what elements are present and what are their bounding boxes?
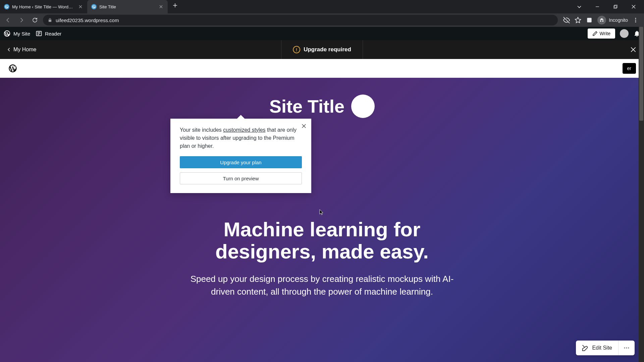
browser-titlebar: My Home ‹ Site Title — WordPre Site Titl… bbox=[0, 0, 644, 13]
svg-point-7 bbox=[624, 347, 625, 348]
wordpress-favicon-icon bbox=[4, 4, 9, 9]
wordpress-favicon-icon bbox=[91, 4, 97, 9]
tab-close-icon[interactable] bbox=[158, 4, 164, 9]
nav-back-icon[interactable] bbox=[3, 15, 13, 25]
wordpress-logo-icon bbox=[3, 30, 11, 37]
wp-my-site-link[interactable]: My Site bbox=[3, 30, 30, 37]
write-button[interactable]: Write bbox=[588, 28, 615, 39]
svg-point-5 bbox=[635, 21, 636, 22]
edit-site-button[interactable]: Edit Site bbox=[576, 341, 619, 355]
reader-label: Reader bbox=[45, 31, 61, 37]
site-header: er bbox=[0, 59, 644, 78]
svg-rect-2 bbox=[587, 18, 592, 22]
window-controls bbox=[572, 1, 644, 12]
hero-title-row: Site Title bbox=[269, 95, 375, 118]
warning-icon: ! bbox=[293, 46, 300, 53]
svg-point-4 bbox=[635, 20, 636, 21]
my-home-label: My Home bbox=[13, 47, 36, 53]
popover-text-before: Your site includes bbox=[180, 127, 223, 133]
window-close-icon[interactable] bbox=[626, 1, 641, 12]
turn-on-preview-button[interactable]: Turn on preview bbox=[180, 172, 302, 184]
tools-icon bbox=[582, 345, 589, 351]
page-content: er Site Title Machine learning for desig… bbox=[0, 59, 644, 362]
wordpress-logo-icon bbox=[8, 64, 17, 73]
write-label: Write bbox=[600, 31, 610, 36]
browser-menu-icon[interactable] bbox=[633, 17, 639, 23]
back-my-home-link[interactable]: My Home bbox=[7, 47, 36, 53]
svg-point-3 bbox=[635, 18, 636, 19]
popover-close-icon[interactable] bbox=[300, 122, 308, 130]
svg-point-9 bbox=[628, 347, 629, 348]
tab-search-icon[interactable] bbox=[572, 1, 587, 12]
browser-right-icons: Incognito bbox=[560, 16, 641, 24]
hero-section: Site Title Machine learning for designer… bbox=[0, 78, 644, 362]
url-text: uifeed20235.wordpress.com bbox=[56, 17, 119, 23]
edit-site-floating: Edit Site bbox=[576, 341, 635, 355]
nav-reload-icon[interactable] bbox=[30, 15, 40, 25]
tab-title: My Home ‹ Site Title — WordPre bbox=[12, 4, 75, 9]
nav-forward-icon bbox=[16, 15, 27, 25]
chevron-left-icon bbox=[7, 47, 11, 52]
svg-rect-0 bbox=[614, 6, 616, 8]
page-scrollbar[interactable] bbox=[639, 27, 644, 362]
window-maximize-icon[interactable] bbox=[608, 1, 623, 12]
my-site-label: My Site bbox=[13, 31, 30, 37]
incognito-label: Incognito bbox=[609, 17, 628, 23]
bookmark-star-icon[interactable] bbox=[575, 17, 581, 23]
upgrade-popover: Your site includes customized styles tha… bbox=[170, 119, 311, 193]
tab-close-icon[interactable] bbox=[78, 4, 83, 9]
browser-tab-active[interactable]: Site Title bbox=[87, 0, 168, 13]
incognito-icon bbox=[597, 16, 606, 24]
upgrade-required-label: Upgrade required bbox=[304, 46, 351, 53]
header-action-button[interactable]: er bbox=[623, 63, 636, 74]
window-minimize-icon[interactable] bbox=[590, 1, 605, 12]
hero-heading: Machine learning for designers, made eas… bbox=[171, 219, 473, 263]
popover-text: Your site includes customized styles tha… bbox=[180, 126, 302, 150]
upgrade-plan-button[interactable]: Upgrade your plan bbox=[180, 156, 302, 168]
edit-site-label: Edit Site bbox=[592, 345, 612, 351]
hero-subheading: Speed up your design process by creating… bbox=[181, 273, 463, 298]
browser-tabs: My Home ‹ Site Title — WordPre Site Titl… bbox=[0, 0, 572, 13]
lock-icon bbox=[48, 18, 52, 22]
browser-address-bar: uifeed20235.wordpress.com Incognito bbox=[0, 13, 644, 27]
svg-point-8 bbox=[626, 347, 627, 348]
pencil-icon bbox=[592, 31, 598, 36]
upgrade-required-bar: My Home ! Upgrade required bbox=[0, 40, 644, 59]
eye-off-icon[interactable] bbox=[563, 17, 570, 23]
scrollbar-thumb[interactable] bbox=[639, 27, 643, 121]
hero-site-title: Site Title bbox=[269, 96, 344, 117]
wp-admin-bar: My Site Reader Write bbox=[0, 27, 644, 40]
svg-rect-1 bbox=[614, 5, 617, 8]
hero-avatar-circle bbox=[351, 95, 375, 118]
reader-icon bbox=[36, 30, 42, 37]
browser-tab-inactive[interactable]: My Home ‹ Site Title — WordPre bbox=[0, 0, 87, 13]
edit-site-more-icon[interactable] bbox=[619, 341, 635, 355]
url-field[interactable]: uifeed20235.wordpress.com bbox=[43, 15, 558, 25]
close-upgrade-bar-icon[interactable] bbox=[629, 46, 637, 54]
new-tab-button[interactable] bbox=[170, 0, 180, 11]
customized-styles-link[interactable]: customized styles bbox=[223, 127, 265, 133]
extensions-icon[interactable] bbox=[586, 17, 593, 23]
wp-reader-link[interactable]: Reader bbox=[36, 30, 61, 37]
upgrade-required-tab[interactable]: ! Upgrade required bbox=[281, 40, 363, 59]
user-avatar[interactable] bbox=[620, 29, 629, 38]
tab-title: Site Title bbox=[99, 4, 156, 9]
incognito-badge[interactable]: Incognito bbox=[597, 16, 628, 24]
